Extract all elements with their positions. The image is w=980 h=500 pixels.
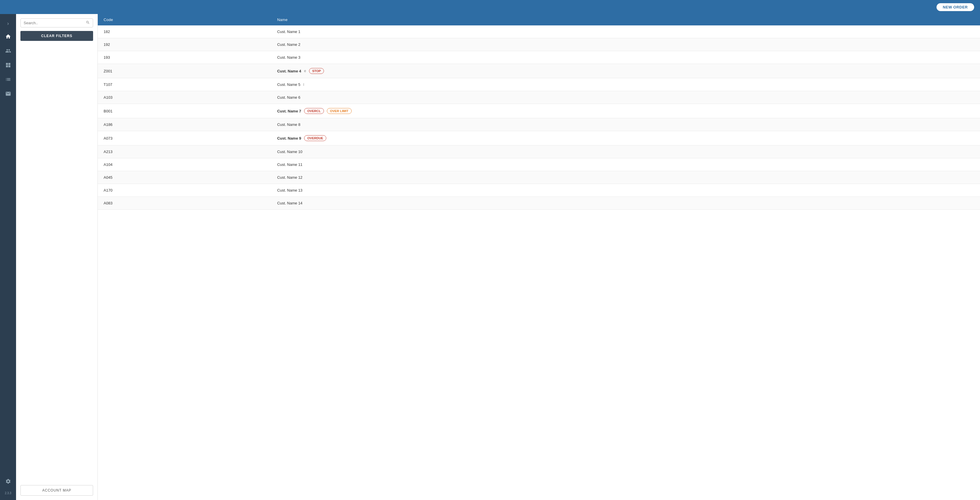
table-row[interactable]: A103Cust. Name 6: [98, 91, 980, 104]
cell-name: Cust. Name 10: [271, 145, 980, 158]
table-row[interactable]: Z001Cust. Name 4eSTOP: [98, 64, 980, 78]
cell-name: Cust. Name 8: [271, 118, 980, 131]
cell-name: Cust. Name 2: [271, 38, 980, 51]
data-table: Code Name 182Cust. Name 1192Cust. Name 2…: [98, 14, 980, 210]
cell-code: A103: [98, 91, 271, 104]
status-badge: OVER LIMIT: [327, 108, 352, 114]
users-icon[interactable]: [0, 45, 16, 59]
customer-name: Cust. Name 13: [277, 188, 303, 192]
customer-name: Cust. Name 2: [277, 42, 300, 47]
status-badge: OVERDUE: [304, 135, 326, 141]
customer-name: Cust. Name 8: [277, 122, 300, 127]
cell-code: Z001: [98, 64, 271, 78]
cell-name: Cust. Name 4eSTOP: [271, 64, 980, 78]
cell-code: 193: [98, 51, 271, 64]
cell-name: Cust. Name 13: [271, 184, 980, 197]
account-map-button[interactable]: ACCOUNT MAP: [21, 485, 93, 495]
home-icon[interactable]: [0, 30, 16, 45]
search-input[interactable]: [24, 21, 86, 25]
cell-name: Cust. Name 7OVERCLOVER LIMIT: [271, 104, 980, 118]
customer-name: Cust. Name 9: [277, 136, 301, 141]
column-name: Name: [271, 14, 980, 26]
clear-filters-button[interactable]: CLEAR FILTERS: [21, 31, 93, 41]
customer-name: Cust. Name 1: [277, 29, 300, 34]
content-area: Code Name 182Cust. Name 1192Cust. Name 2…: [98, 14, 980, 500]
main-layout: › 2.3.3 CLEAR FILTERS: [0, 14, 980, 500]
cell-code: A045: [98, 171, 271, 184]
cell-name: Cust. Name 5l: [271, 78, 980, 91]
customer-name: Cust. Name 10: [277, 150, 303, 154]
cell-code: A213: [98, 145, 271, 158]
cell-code: 182: [98, 26, 271, 38]
sidebar: › 2.3.3: [0, 14, 16, 500]
search-box: [21, 18, 93, 27]
customer-name: Cust. Name 12: [277, 175, 303, 180]
table-row[interactable]: A083Cust. Name 14: [98, 197, 980, 210]
table-row[interactable]: A073Cust. Name 9OVERDUE: [98, 131, 980, 145]
version-label: 2.3.3: [5, 489, 11, 497]
cell-name: Cust. Name 12: [271, 171, 980, 184]
table-row[interactable]: 182Cust. Name 1: [98, 26, 980, 38]
table-row[interactable]: B001Cust. Name 7OVERCLOVER LIMIT: [98, 104, 980, 118]
cell-name: Cust. Name 11: [271, 158, 980, 171]
cell-code: A186: [98, 118, 271, 131]
extra-text: l: [303, 83, 304, 87]
customer-name: Cust. Name 11: [277, 162, 303, 167]
customer-name: Cust. Name 3: [277, 55, 300, 59]
table-row[interactable]: A170Cust. Name 13: [98, 184, 980, 197]
cell-code: A170: [98, 184, 271, 197]
customer-name: Cust. Name 7: [277, 109, 301, 113]
customer-name: Cust. Name 4: [277, 69, 301, 73]
cell-code: T107: [98, 78, 271, 91]
list-icon[interactable]: [0, 73, 16, 87]
cell-name: Cust. Name 14: [271, 197, 980, 210]
status-badge: OVERCL: [304, 108, 324, 114]
topbar: NEW ORDER: [0, 0, 980, 14]
left-panel: CLEAR FILTERS ACCOUNT MAP: [16, 14, 98, 500]
table-row[interactable]: A213Cust. Name 10: [98, 145, 980, 158]
cell-code: B001: [98, 104, 271, 118]
customer-name: Cust. Name 5: [277, 82, 300, 87]
chevron-right-icon[interactable]: ›: [0, 17, 16, 30]
table-body: 182Cust. Name 1192Cust. Name 2193Cust. N…: [98, 26, 980, 210]
cell-name: Cust. Name 3: [271, 51, 980, 64]
new-order-button[interactable]: NEW ORDER: [937, 3, 974, 11]
table-row[interactable]: A104Cust. Name 11: [98, 158, 980, 171]
table-row[interactable]: 192Cust. Name 2: [98, 38, 980, 51]
sidebar-bottom: 2.3.3: [5, 475, 11, 497]
customer-name: Cust. Name 6: [277, 95, 300, 100]
grid-icon[interactable]: [0, 59, 16, 73]
customer-name: Cust. Name 14: [277, 201, 303, 205]
cell-code: A083: [98, 197, 271, 210]
cell-name: Cust. Name 9OVERDUE: [271, 131, 980, 145]
table-row[interactable]: A186Cust. Name 8: [98, 118, 980, 131]
status-badge: STOP: [309, 68, 324, 74]
column-code: Code: [98, 14, 271, 26]
settings-icon[interactable]: [5, 475, 11, 489]
cell-code: A073: [98, 131, 271, 145]
table-header: Code Name: [98, 14, 980, 26]
table-row[interactable]: 193Cust. Name 3: [98, 51, 980, 64]
cell-name: Cust. Name 6: [271, 91, 980, 104]
extra-text: e: [304, 69, 306, 73]
cell-code: 192: [98, 38, 271, 51]
table-row[interactable]: T107Cust. Name 5l: [98, 78, 980, 91]
cell-code: A104: [98, 158, 271, 171]
search-icon: [86, 21, 90, 26]
table-row[interactable]: A045Cust. Name 12: [98, 171, 980, 184]
mail-icon[interactable]: [0, 87, 16, 102]
cell-name: Cust. Name 1: [271, 26, 980, 38]
